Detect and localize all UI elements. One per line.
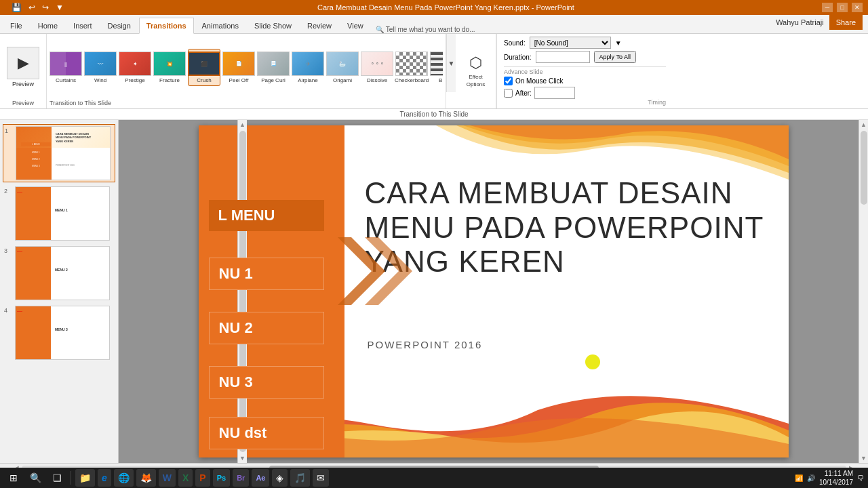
date-display: 10/14/2017 [819, 478, 853, 487]
sound-select[interactable]: [No Sound] [530, 37, 611, 49]
preview-button[interactable]: ▶ Preview [4, 45, 42, 89]
slide-menu-3: NU 3 [209, 366, 324, 399]
quick-access-toolbar[interactable]: 💾 ↩ ↪ ▼ [5, 0, 70, 15]
tab-design[interactable]: Design [100, 17, 138, 33]
slide-orange-sidebar [199, 125, 344, 458]
search-button[interactable]: 🔍 [26, 469, 45, 487]
word-icon: W [163, 472, 172, 483]
taskbar-explorer[interactable]: 📁 [75, 469, 95, 487]
excel-icon: X [182, 472, 189, 483]
tab-home[interactable]: Home [31, 17, 65, 33]
window-title: Cara Membuat Desain Menu Pada PowerPoint… [70, 3, 822, 12]
undo-button[interactable]: ↩ [26, 3, 37, 12]
slide-num-1: 1 [5, 127, 13, 134]
apply-all-button[interactable]: Apply To All [594, 51, 636, 63]
slide-num-4: 4 [4, 307, 12, 314]
taskbar-excel[interactable]: X [178, 469, 193, 487]
tab-file[interactable]: File [3, 17, 30, 33]
slide-menu-1: NU 1 [209, 258, 324, 290]
slide-main-title: CARA MEMBUAT DESAINMENU PADA POWERPOINTY… [365, 176, 778, 279]
taskbar-app2[interactable]: 🎵 [290, 469, 310, 487]
slide-thumb-1[interactable]: 1 ★ CARA MEMBUAT DESAINMENU PADA POWERPO… [3, 124, 115, 182]
transition-dissolve[interactable]: ⚬⚬⚬ Dissolve [361, 49, 393, 85]
user-area: Wahyu Patriaji Share [776, 15, 863, 30]
username-label: Wahyu Patriaji [776, 18, 824, 26]
window-controls[interactable]: ─ □ ✕ [822, 3, 863, 12]
scroll-up-btn[interactable]: ▲ [238, 120, 247, 129]
advance-slide-title: Advance Slide [504, 68, 666, 75]
maximize-button[interactable]: □ [837, 3, 848, 12]
slide-menu-dst: NU dst [209, 417, 324, 449]
after-checkbox[interactable] [504, 89, 513, 98]
right-scroll-up-btn[interactable]: ▲ [859, 120, 868, 129]
scroll-down-btn[interactable]: ▼ [238, 453, 247, 463]
tab-animations[interactable]: Animations [195, 17, 246, 33]
slide-num-2: 2 [4, 188, 12, 195]
tab-review[interactable]: Review [300, 17, 339, 33]
taskbar-ae[interactable]: Ae [252, 469, 269, 487]
slide-thumb-4[interactable]: 4 MENU 3 — [3, 304, 115, 361]
transition-prestige[interactable]: ✦ Prestige [119, 49, 151, 85]
scroll-thumb[interactable] [239, 131, 246, 452]
transition-checkerboard[interactable]: Checkerboard [395, 49, 428, 85]
right-scroll-down-btn[interactable]: ▼ [859, 453, 868, 463]
taskbar-word[interactable]: W [159, 469, 176, 487]
mail-icon: ✉ [317, 472, 325, 483]
task-view-button[interactable]: ❑ [47, 469, 66, 487]
tab-transitions[interactable]: Transitions [139, 18, 194, 34]
share-button[interactable]: Share [829, 15, 863, 30]
tab-slideshow[interactable]: Slide Show [247, 17, 299, 33]
chrome-icon: 🌐 [118, 472, 130, 483]
app1-icon: ◈ [276, 472, 283, 483]
tab-insert[interactable]: Insert [66, 17, 100, 33]
notification-icon[interactable]: 🗨 [857, 474, 864, 482]
taskbar-separator [71, 471, 71, 485]
taskbar-edge[interactable]: e [98, 469, 111, 487]
taskbar-ps[interactable]: Ps [213, 469, 230, 487]
duration-input[interactable] [536, 51, 590, 63]
transition-curtains[interactable]: || Curtains [50, 49, 82, 85]
start-button[interactable]: ⊞ [4, 469, 23, 487]
timing-label: Timing [504, 99, 666, 106]
transition-page-curl[interactable]: 📃 Page Curl [257, 49, 290, 85]
transition-peel-off[interactable]: 📄 Peel Off [222, 49, 255, 85]
transition-airplane[interactable]: ✈ Airplane [292, 49, 324, 85]
tab-view[interactable]: View [340, 17, 371, 33]
taskbar-chrome[interactable]: 🌐 [114, 469, 134, 487]
customize-qat-button[interactable]: ▼ [54, 3, 66, 12]
slide-num-3: 3 [4, 247, 12, 254]
ribbon-scroll-arrow[interactable]: ▼ [446, 34, 456, 92]
right-scroll-thumb[interactable] [861, 131, 867, 205]
slides-panel: 1 ★ CARA MEMBUAT DESAINMENU PADA POWERPO… [0, 120, 119, 463]
tell-me-input[interactable]: 🔍 Tell me what you want to do... [372, 26, 479, 33]
minimize-button[interactable]: ─ [822, 3, 833, 12]
sound-dropdown-icon[interactable]: ▼ [615, 39, 622, 47]
ribbon-tabs[interactable]: File Home Insert Design Transitions Anim… [0, 15, 868, 34]
taskbar-powerpoint[interactable]: P [195, 469, 210, 487]
transition-fracture[interactable]: 💥 Fracture [153, 49, 186, 85]
vertical-scrollbar[interactable]: ▲ ▼ [237, 120, 247, 463]
slide-thumb-3[interactable]: 3 MENU 2 — [3, 245, 115, 302]
transition-wind[interactable]: 〰 Wind [84, 49, 117, 85]
taskbar-firefox[interactable]: 🦊 [136, 469, 156, 487]
after-time-input[interactable]: 00:00:00 [534, 87, 575, 99]
redo-button[interactable]: ↪ [40, 3, 51, 12]
taskbar-system-tray: 📶 🔊 11:11 AM 10/14/2017 🗨 [795, 469, 864, 487]
effect-options-button[interactable]: ⬡ EffectOptions [456, 34, 496, 108]
transition-crush[interactable]: ⬛ Crush [188, 49, 220, 86]
transition-origami[interactable]: 🦢 Origami [326, 49, 359, 85]
on-mouse-click-checkbox[interactable] [504, 77, 513, 85]
slide-thumb-2[interactable]: 2 MENU 1 — [3, 185, 115, 242]
workspace: 1 ★ CARA MEMBUAT DESAINMENU PADA POWERPO… [0, 120, 868, 463]
taskbar: ⊞ 🔍 ❑ 📁 e 🌐 🦊 W X P Ps Br Ae ◈ 🎵 ✉ 📶 🔊 1… [0, 468, 868, 488]
transition-blinds[interactable]: Blinds [430, 49, 443, 85]
save-button[interactable]: 💾 [9, 3, 24, 12]
powerpoint-icon: P [199, 472, 205, 483]
taskbar-app1[interactable]: ◈ [272, 469, 288, 487]
ribbon-group-transitions: || Curtains 〰 Wind ✦ Prestige [47, 34, 446, 108]
taskbar-br[interactable]: Br [233, 469, 249, 487]
effect-options-label: EffectOptions [467, 74, 486, 88]
taskbar-mail[interactable]: ✉ [313, 469, 329, 487]
right-vertical-scrollbar[interactable]: ▲ ▼ [859, 120, 868, 463]
close-button[interactable]: ✕ [852, 3, 863, 12]
